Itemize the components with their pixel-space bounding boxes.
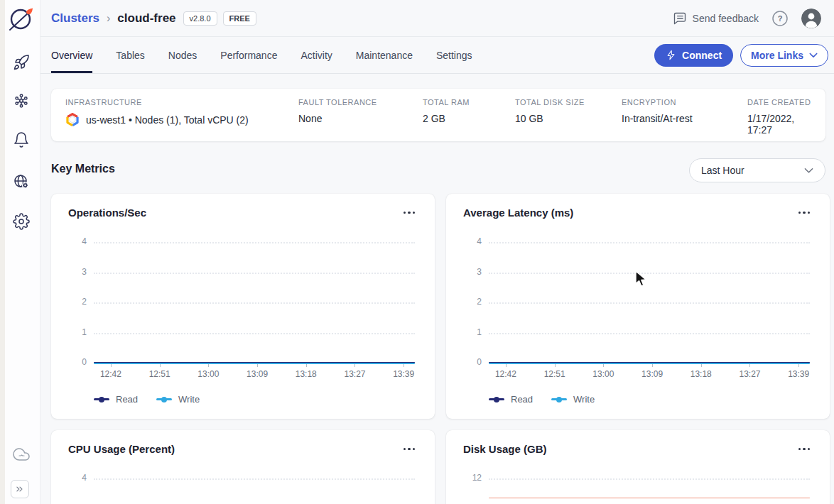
gcp-hexagon-icon bbox=[65, 113, 80, 126]
network-nodes-icon bbox=[13, 92, 30, 109]
x-tick-label: 13:00 bbox=[188, 369, 228, 379]
version-badge: v2.8.0 bbox=[183, 11, 217, 26]
x-tick-label: 12:42 bbox=[91, 369, 131, 379]
legend-item-write[interactable]: Write bbox=[551, 394, 595, 405]
tab-nodes[interactable]: Nodes bbox=[168, 37, 197, 73]
y-tick-label: 0 bbox=[446, 357, 482, 367]
gridline bbox=[489, 273, 810, 274]
chart-plot-operations: 4321012:4212:5113:0013:0913:1813:2713:39… bbox=[51, 194, 435, 419]
gridline bbox=[94, 273, 415, 274]
y-tick-label: 0 bbox=[51, 357, 87, 367]
more-links-label: More Links bbox=[751, 50, 803, 61]
chart-plot-disk: 12963012:4212:5113:0013:0913:1813:2713:3… bbox=[446, 430, 830, 504]
double-chevron-expand-icon bbox=[15, 484, 25, 494]
tab-tables[interactable]: Tables bbox=[116, 37, 144, 73]
tab-performance[interactable]: Performance bbox=[220, 37, 277, 73]
y-tick-label: 4 bbox=[51, 473, 87, 483]
planet-rocket-logo-icon bbox=[7, 4, 36, 34]
sidebar-item-cloud-status[interactable] bbox=[12, 446, 31, 464]
y-tick-label: 2 bbox=[446, 297, 482, 307]
date-created-value: 1/17/2022, 17:27 bbox=[747, 113, 811, 136]
connect-button[interactable]: Connect bbox=[654, 44, 733, 67]
gridline bbox=[489, 242, 810, 243]
legend-marker-icon bbox=[156, 398, 172, 400]
sidebar-expand-button[interactable] bbox=[11, 480, 29, 498]
gridline bbox=[94, 242, 415, 243]
info-date-created: DATE CREATED 1/17/2022, 17:27 bbox=[747, 98, 811, 132]
cloud-icon bbox=[13, 446, 30, 463]
info-encryption: ENCRYPTION In-transit/At-rest bbox=[622, 98, 747, 132]
info-label: TOTAL DISK SIZE bbox=[515, 98, 622, 106]
gridline bbox=[489, 333, 810, 334]
connect-label: Connect bbox=[682, 50, 722, 61]
legend-marker-icon bbox=[489, 398, 504, 400]
legend-item-read[interactable]: Read bbox=[94, 394, 138, 405]
x-tick-label: 13:27 bbox=[730, 369, 769, 379]
y-tick-label: 12 bbox=[446, 473, 482, 483]
time-range-value: Last Hour bbox=[701, 165, 744, 176]
tabbar-actions: Connect More Links bbox=[654, 44, 828, 67]
x-tick-label: 12:42 bbox=[486, 369, 526, 379]
gear-icon bbox=[13, 213, 30, 230]
chart-card-disk: Disk Usage (GB) 12963012:4212:5113:0013:… bbox=[446, 430, 830, 504]
info-label: TOTAL RAM bbox=[423, 98, 515, 106]
lightning-icon bbox=[666, 50, 676, 60]
cluster-info-card: INFRASTRUCTURE us-west1 • Nodes (1), Tot… bbox=[51, 89, 825, 141]
chart-card-operations: Operations/Sec 4321012:4212:5113:0013:09… bbox=[51, 194, 435, 419]
tab-settings[interactable]: Settings bbox=[436, 37, 472, 73]
info-total-ram: TOTAL RAM 2 GB bbox=[423, 98, 515, 132]
header-right: Send feedback ? bbox=[673, 9, 821, 28]
gridline bbox=[94, 333, 415, 334]
series-line-Write bbox=[94, 363, 415, 364]
rocket-icon bbox=[13, 54, 30, 71]
chart-plot-latency: 4321012:4212:5113:0013:0913:1813:2713:39… bbox=[446, 194, 830, 419]
breadcrumb-clusters-link[interactable]: Clusters bbox=[51, 11, 99, 26]
x-tick-label: 13:18 bbox=[681, 369, 721, 379]
window-edge bbox=[0, 0, 5, 504]
account-avatar[interactable] bbox=[801, 9, 821, 28]
legend-label: Read bbox=[116, 394, 138, 405]
send-feedback-button[interactable]: Send feedback bbox=[673, 11, 759, 26]
app-logo[interactable] bbox=[7, 4, 36, 34]
help-button[interactable]: ? bbox=[771, 10, 789, 27]
breadcrumb-current-cluster: cloud-free bbox=[117, 11, 175, 26]
sidebar-item-alerts[interactable] bbox=[12, 131, 31, 150]
bell-icon bbox=[13, 131, 30, 148]
chevron-down-icon bbox=[804, 166, 813, 175]
sidebar-item-clusters[interactable] bbox=[12, 54, 31, 72]
x-tick-label: 13:39 bbox=[384, 369, 423, 379]
tab-maintenance[interactable]: Maintenance bbox=[356, 37, 413, 73]
series-line-Write bbox=[489, 363, 810, 364]
y-tick-label: 2 bbox=[51, 297, 87, 307]
legend-item-read[interactable]: Read bbox=[489, 394, 533, 405]
legend-marker-icon bbox=[94, 398, 109, 400]
legend-marker-icon bbox=[551, 398, 567, 400]
legend-label: Read bbox=[511, 394, 533, 405]
sidebar-item-nodes[interactable] bbox=[12, 92, 31, 111]
tab-activity[interactable]: Activity bbox=[300, 37, 332, 73]
x-tick-label: 13:18 bbox=[286, 369, 326, 379]
more-links-button[interactable]: More Links bbox=[740, 44, 828, 67]
x-tick-label: 13:27 bbox=[335, 369, 374, 379]
total-ram-value: 2 GB bbox=[423, 113, 515, 124]
x-tick-label: 13:00 bbox=[583, 369, 623, 379]
x-tick-label: 13:09 bbox=[632, 369, 672, 379]
chart-card-latency: Average Latency (ms) 4321012:4212:5113:0… bbox=[446, 194, 830, 419]
info-total-disk: TOTAL DISK SIZE 10 GB bbox=[515, 98, 622, 132]
time-range-select[interactable]: Last Hour bbox=[689, 158, 825, 182]
globe-gear-icon bbox=[13, 173, 30, 190]
legend-label: Write bbox=[573, 394, 595, 405]
legend-item-write[interactable]: Write bbox=[156, 394, 200, 405]
y-tick-label: 4 bbox=[51, 236, 87, 246]
y-tick-label: 1 bbox=[446, 327, 482, 337]
gridline bbox=[489, 478, 810, 480]
sidebar-item-settings[interactable] bbox=[12, 213, 31, 231]
info-fault-tolerance: FAULT TOLERANCE None bbox=[298, 98, 423, 132]
sidebar-item-regions[interactable] bbox=[12, 173, 31, 192]
tabs: Overview Tables Nodes Performance Activi… bbox=[51, 37, 496, 73]
send-feedback-label: Send feedback bbox=[693, 13, 759, 24]
fault-tolerance-value: None bbox=[298, 113, 423, 124]
tab-overview[interactable]: Overview bbox=[51, 37, 92, 73]
page-header: Clusters › cloud-free v2.8.0 FREE Send f… bbox=[40, 0, 834, 37]
y-tick-label: 3 bbox=[446, 267, 482, 277]
